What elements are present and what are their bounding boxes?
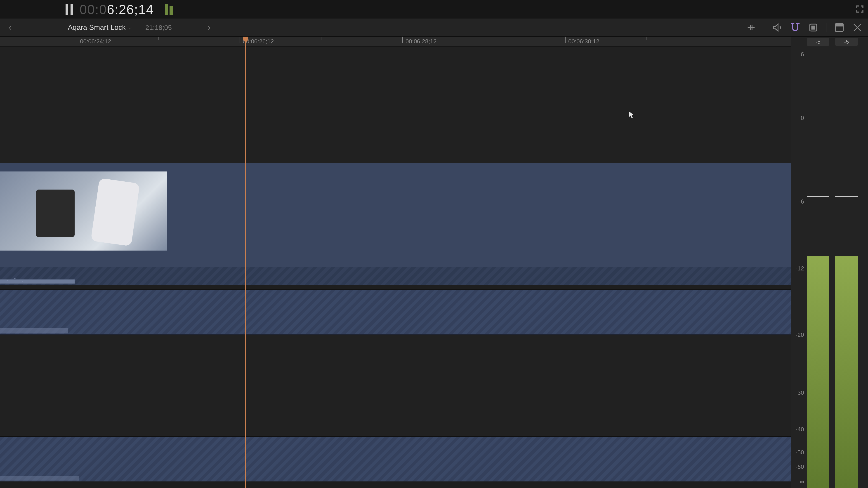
meter-hold-left xyxy=(807,196,829,197)
project-title-label: Aqara Smart Lock xyxy=(68,23,126,32)
meter-scale-label: -30 xyxy=(793,389,804,396)
meter-scale-label: 0 xyxy=(793,115,804,122)
current-timecode[interactable]: 00:06:26;14 xyxy=(80,2,154,17)
project-duration: 21:18;05 xyxy=(145,24,172,31)
svg-rect-2 xyxy=(835,24,843,26)
meter-hold-right xyxy=(835,196,858,197)
timeline-toolbar xyxy=(746,19,863,36)
clip-thumbnail xyxy=(0,171,167,251)
ruler-timecode: 00:06:24;12 xyxy=(80,38,111,45)
timecode-main: 6:26;14 xyxy=(107,2,154,17)
project-title-dropdown[interactable]: Aqara Smart Lock ⌵ xyxy=(68,23,132,32)
transport-bar: 00:06:26;14 xyxy=(0,0,868,19)
skimming-icon[interactable] xyxy=(746,22,756,33)
chevron-down-icon: ⌵ xyxy=(129,25,132,31)
meter-scale-label: -∞ xyxy=(793,478,804,485)
audio-waveform xyxy=(0,476,79,481)
ruler-timecode: 00:06:28;12 xyxy=(405,38,436,45)
ruler-timecode: 00:06:30;12 xyxy=(568,38,599,45)
audio-waveform xyxy=(0,328,68,333)
meter-scale-label: 6 xyxy=(793,51,804,58)
solo-icon[interactable] xyxy=(808,22,818,33)
timeline-ruler[interactable]: 00:06:24;1200:06:26;1200:06:28;1200:06:3… xyxy=(0,37,791,46)
audio-clip-1[interactable] xyxy=(0,289,791,335)
meter-scale-label: -12 xyxy=(793,265,804,272)
nav-back-icon[interactable]: ‹ xyxy=(0,23,20,32)
meter-scale-label: -50 xyxy=(793,449,804,456)
empty-track-upper xyxy=(0,46,791,163)
meter-scale-label: -6 xyxy=(793,198,804,205)
peak-left[interactable]: -5 xyxy=(807,38,829,46)
playhead[interactable] xyxy=(245,37,246,488)
meter-scale-label: -20 xyxy=(793,331,804,338)
fullscreen-icon[interactable] xyxy=(856,5,864,13)
timeline-area[interactable] xyxy=(0,46,791,488)
toolbar-separator xyxy=(826,23,827,32)
video-clip[interactable] xyxy=(0,163,791,285)
audio-meter-panel: -5 -5 60-6-12-20-30-40-50-60-∞ xyxy=(791,37,868,488)
peak-right[interactable]: -5 xyxy=(835,38,858,46)
toolbar-separator xyxy=(764,23,764,32)
snapping-icon[interactable] xyxy=(790,22,800,33)
timecode-prefix: 00:0 xyxy=(80,2,107,17)
nav-forward-icon[interactable]: › xyxy=(199,23,219,32)
meter-bar-right xyxy=(835,256,858,488)
clip-attached-audio[interactable] xyxy=(0,267,791,285)
audio-clip-2[interactable] xyxy=(0,436,791,482)
effects-icon[interactable] xyxy=(852,22,863,33)
playhead-handle[interactable] xyxy=(242,37,249,43)
audio-skimming-icon[interactable] xyxy=(772,22,782,33)
meter-scale-label: -60 xyxy=(793,463,804,470)
pause-button[interactable] xyxy=(66,4,73,15)
meter-scale-label: -40 xyxy=(793,426,804,433)
timeline-index-icon[interactable] xyxy=(834,22,844,33)
audio-waveform xyxy=(0,273,74,284)
meter-bar-left xyxy=(807,256,829,488)
empty-track-lower xyxy=(0,335,791,436)
mini-audio-meter xyxy=(165,4,173,15)
project-bar: ‹ Aqara Smart Lock ⌵ 21:18;05 › xyxy=(0,19,868,37)
